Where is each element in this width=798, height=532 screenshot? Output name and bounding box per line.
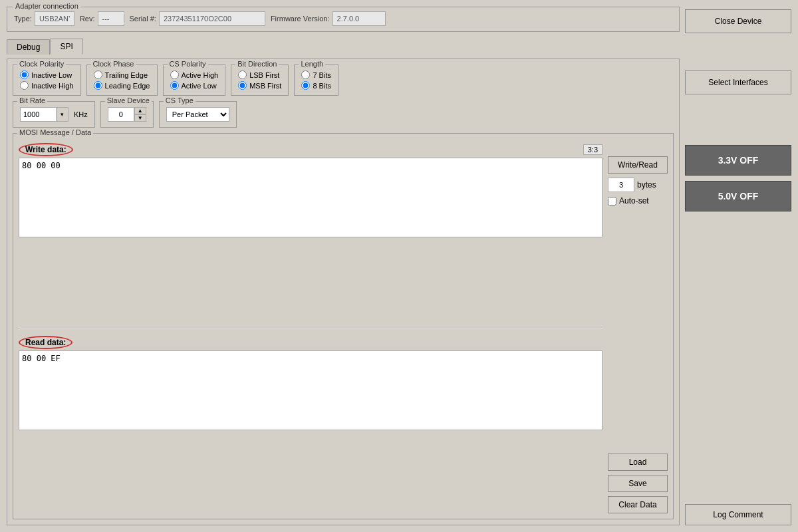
bytes-label: bytes xyxy=(637,180,656,190)
bit-direction-lsb[interactable]: LSB First xyxy=(238,70,281,79)
serial-input xyxy=(159,11,265,26)
tab-spi[interactable]: SPI xyxy=(50,39,82,55)
tab-debug[interactable]: Debug xyxy=(7,39,50,55)
cs-polarity-active-high[interactable]: Active High xyxy=(170,70,219,79)
clock-polarity-group: Clock Polarity Inactive Low Inactive Hig… xyxy=(13,65,81,96)
bytes-input[interactable] xyxy=(608,178,634,192)
cs-polarity-active-low[interactable]: Active Low xyxy=(170,81,219,90)
write-data-label: Write data: xyxy=(25,145,66,154)
right-panel: Close Device Select Interfaces 3.3V OFF … xyxy=(685,7,791,525)
clear-data-button[interactable]: Clear Data xyxy=(608,496,668,513)
firmware-label: Firmware Version: xyxy=(271,15,330,23)
tabs-row: Debug SPI xyxy=(7,39,680,55)
slave-device-spinner[interactable]: ▲ ▼ xyxy=(108,107,146,122)
firmware-input xyxy=(332,11,386,26)
slave-device-up-btn[interactable]: ▲ xyxy=(134,107,146,114)
bit-rate-dropdown-btn[interactable]: ▾ xyxy=(57,107,68,122)
bit-rate-title: Bit Rate xyxy=(17,96,47,104)
settings-row-1: Clock Polarity Inactive Low Inactive Hig… xyxy=(13,65,674,96)
length-8bits[interactable]: 8 Bits xyxy=(301,81,331,90)
data-area: Write data: 3:3 Read xyxy=(19,143,602,513)
data-separator xyxy=(19,328,602,329)
autoset-checkbox[interactable] xyxy=(608,197,616,205)
clock-polarity-title: Clock Polarity xyxy=(17,60,66,68)
settings-row-2: Bit Rate ▾ KHz Slave Device xyxy=(13,101,674,128)
slave-device-group: Slave Device ▲ ▼ xyxy=(100,101,154,128)
clock-phase-leading[interactable]: Leading Edge xyxy=(94,81,150,90)
bit-rate-group: Bit Rate ▾ KHz xyxy=(13,101,95,128)
voltage-33-button[interactable]: 3.3V OFF xyxy=(685,145,791,176)
save-button[interactable]: Save xyxy=(608,475,668,492)
log-comment-button[interactable]: Log Comment xyxy=(685,504,791,525)
cs-polarity-title: CS Polarity xyxy=(168,60,208,68)
bit-direction-title: Bit Direction xyxy=(235,60,279,68)
autoset-label: Auto-set xyxy=(619,196,649,205)
adapter-group-title: Adapter connection xyxy=(13,2,81,10)
length-group: Length 7 Bits 8 Bits xyxy=(294,65,338,96)
rev-label: Rev: xyxy=(80,15,95,23)
clock-polarity-inactive-low[interactable]: Inactive Low xyxy=(20,70,74,79)
type-label: Type: xyxy=(14,15,32,23)
autoset-row[interactable]: Auto-set xyxy=(608,196,668,205)
bit-rate-input[interactable] xyxy=(20,107,57,122)
slave-device-title: Slave Device xyxy=(105,96,152,104)
close-device-button[interactable]: Close Device xyxy=(685,9,791,33)
load-button[interactable]: Load xyxy=(608,454,668,471)
write-read-button[interactable]: Write/Read xyxy=(608,156,668,174)
spi-panel: Clock Polarity Inactive Low Inactive Hig… xyxy=(7,59,680,525)
cs-polarity-group: CS Polarity Active High Active Low xyxy=(163,65,226,96)
clock-phase-trailing[interactable]: Trailing Edge xyxy=(94,70,150,79)
rev-input xyxy=(98,11,124,26)
slave-device-down-btn[interactable]: ▼ xyxy=(134,114,146,122)
mosi-title: MOSI Message / Data xyxy=(17,128,93,136)
length-title: Length xyxy=(299,60,325,68)
read-data-section: Read data: xyxy=(19,336,602,514)
mosi-buttons: Write/Read bytes Auto-set Load Save Clea… xyxy=(608,143,668,513)
cs-type-title: CS Type xyxy=(164,96,196,104)
cs-type-select[interactable]: Per Packet Per Byte Always Active xyxy=(166,107,229,122)
bit-rate-dropdown[interactable]: ▾ xyxy=(20,107,68,122)
bit-rate-unit: KHz xyxy=(74,110,88,118)
adapter-connection-group: Adapter connection Type: Rev: Serial #: … xyxy=(7,7,680,32)
clock-polarity-inactive-high[interactable]: Inactive High xyxy=(20,81,74,90)
bit-direction-group: Bit Direction LSB First MSB First xyxy=(231,65,289,96)
bit-direction-msb[interactable]: MSB First xyxy=(238,81,281,90)
length-7bits[interactable]: 7 Bits xyxy=(301,70,331,79)
write-data-counter: 3:3 xyxy=(583,144,602,155)
mosi-group: MOSI Message / Data Write data: 3:3 xyxy=(13,133,674,519)
write-data-section: Write data: 3:3 xyxy=(19,143,602,321)
read-data-textarea[interactable] xyxy=(19,350,602,430)
clock-phase-group: Clock Phase Trailing Edge Leading Edge xyxy=(86,65,158,96)
serial-label: Serial #: xyxy=(130,15,156,23)
clock-phase-title: Clock Phase xyxy=(91,60,136,68)
bytes-row: bytes xyxy=(608,178,668,192)
slave-device-input[interactable] xyxy=(108,107,134,122)
read-data-label: Read data: xyxy=(25,338,66,347)
voltage-50-button[interactable]: 5.0V OFF xyxy=(685,181,791,211)
select-interfaces-button[interactable]: Select Interfaces xyxy=(685,70,791,94)
write-data-textarea[interactable] xyxy=(19,158,602,237)
type-input xyxy=(35,11,74,26)
cs-type-group: CS Type Per Packet Per Byte Always Activ… xyxy=(159,101,237,128)
